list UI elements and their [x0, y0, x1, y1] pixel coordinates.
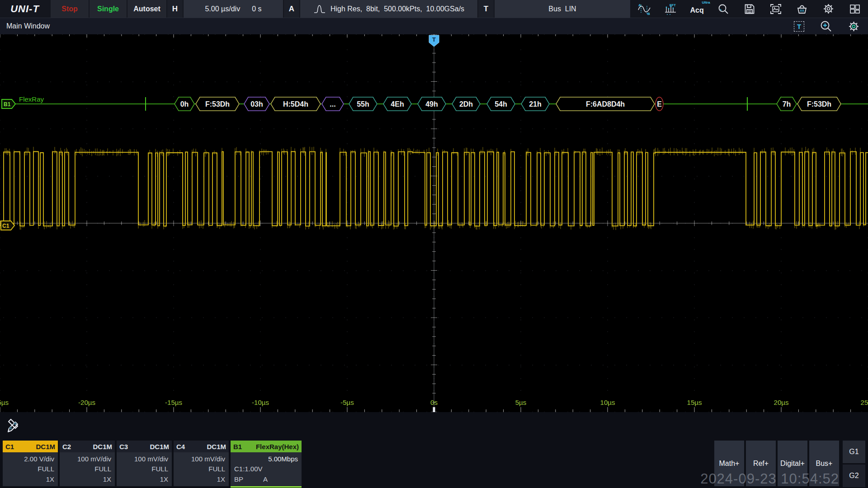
bus-threshold: C1:1.00V [234, 465, 298, 473]
time-axis-label: 25µs [861, 399, 868, 406]
run-stop-button[interactable]: Stop [51, 0, 89, 18]
autoset-button[interactable]: Autoset [127, 0, 166, 18]
bus-decode-value: F:53Dh [807, 100, 831, 108]
screenshot-button[interactable] [763, 0, 789, 18]
bus-button[interactable]: Bus+ [809, 441, 839, 486]
g-button-column: G1 G2 [843, 441, 865, 487]
acq-label: Ultra Acq [690, 4, 703, 14]
utilities-button[interactable] [789, 0, 815, 18]
search-icon [717, 3, 729, 15]
bus-mode: FlexRay(Hex) [256, 443, 299, 450]
time-axis-label: -25µs [0, 399, 9, 406]
channel-body: 100 mV/div FULL 1X [117, 452, 172, 486]
gear-icon [822, 3, 835, 15]
channel-box-c2[interactable]: C2 DC1M 100 mV/div FULL 1X [60, 441, 115, 486]
digital-button[interactable]: Digital+ [778, 441, 807, 486]
save-icon [744, 3, 755, 15]
channel-c1-tag-label: C1 [2, 223, 9, 229]
time-axis-label: 5µs [515, 399, 527, 406]
bus-decode-value: H:5D4h [283, 100, 308, 108]
timebase-value: 5.00 µs/div [205, 5, 240, 13]
channel-bandwidth: FULL [63, 465, 111, 473]
channel-scale: 100 mV/div [63, 455, 111, 463]
g2-button[interactable]: G2 [843, 465, 865, 487]
trigger-label: T [478, 0, 494, 18]
zoom-in-icon[interactable] [820, 20, 832, 33]
bus-decode-value: 55h [357, 100, 369, 108]
brand-logo: UNI-T [0, 0, 50, 18]
window-bar: Main Window T [0, 18, 868, 34]
acquire-label: A [284, 0, 299, 18]
math-button[interactable]: Math+ [714, 441, 744, 486]
channel-box-c3[interactable]: C3 DC1M 100 mV/div FULL 1X [117, 441, 172, 486]
channel-bandwidth: FULL [120, 465, 168, 473]
channel-box-c1[interactable]: C1 DC1M 2.00 V/div FULL 1X [3, 441, 58, 486]
bus-tag-label: B1 [4, 101, 11, 108]
channel-header: C2 DC1M [60, 441, 115, 452]
channel-coupling: DC1M [36, 443, 55, 450]
time-axis-label: -10µs [252, 399, 269, 406]
horizontal-offset: 0 s [252, 5, 261, 13]
channel-probe: 1X [177, 475, 225, 483]
edit-tools-icon[interactable] [5, 418, 22, 435]
window-title: Main Window [0, 22, 794, 30]
top-toolbar: UNI-T Stop Single Autoset H 5.00 µs/div … [0, 0, 868, 18]
bus-decode-value: 49h [425, 100, 438, 108]
channel-coupling: DC1M [150, 443, 169, 450]
bus-box-b1[interactable]: B1 FlexRay(Hex) 5.00Mbps C1:1.00V BP A [231, 441, 302, 488]
screenshot-icon [769, 3, 782, 15]
channel-box-c4[interactable]: C4 DC1M 100 mV/div FULL 1X [174, 441, 229, 486]
bus-name: B1 [233, 443, 242, 450]
channel-bandwidth: FULL [177, 465, 225, 473]
display-settings-gear-icon[interactable] [848, 20, 860, 33]
time-axis-label: -20µs [78, 399, 95, 406]
bus-decode-value: 4Eh [391, 100, 404, 108]
acquire-settings[interactable]: High Res, 8bit, 500.00kPts, 10.00GSa/s [300, 0, 477, 18]
channel-name: C2 [62, 443, 71, 450]
cursor-measure-button[interactable]: A B [631, 0, 657, 18]
bus-name-label: FlexRay [19, 95, 44, 103]
window-bar-icons: T [794, 20, 868, 33]
text-annotation-icon[interactable]: T [794, 21, 804, 32]
svg-text:B: B [647, 12, 650, 15]
bus-decode-value: 7h [783, 100, 791, 108]
c1-waveform-noise [0, 147, 866, 230]
bus-decode-value: 54h [495, 100, 507, 108]
oscilloscope-app: UNI-T Stop Single Autoset H 5.00 µs/div … [0, 0, 868, 488]
channel-scale: 100 mV/div [177, 455, 225, 463]
ref-button[interactable]: Ref+ [746, 441, 776, 486]
channel-scale: 100 mV/div [120, 455, 168, 463]
trigger-settings[interactable]: Bus LIN [495, 0, 630, 18]
single-button[interactable]: Single [90, 0, 127, 18]
channel-header: C1 DC1M [3, 441, 58, 452]
bus-channel-label: A [263, 475, 268, 483]
windows-layout-icon [849, 3, 861, 15]
channel-name: C3 [119, 443, 128, 450]
horizontal-settings[interactable]: 5.00 µs/div 0 s [184, 0, 283, 18]
search-button[interactable] [710, 0, 736, 18]
settings-button[interactable] [816, 0, 842, 18]
save-button[interactable] [736, 0, 763, 18]
channel-probe: 1X [6, 475, 54, 483]
channel-probe: 1X [63, 475, 111, 483]
channel-body: 100 mV/div FULL 1X [60, 452, 115, 486]
channel-body: 2.00 V/div FULL 1X [3, 452, 58, 486]
acquire-info: High Res, 8bit, 500.00kPts, 10.00GSa/s [330, 5, 464, 13]
bus-decode-value: ... [330, 100, 335, 108]
fft-button[interactable]: FFT [657, 0, 684, 18]
acq-ultra-button[interactable]: Ultra Acq [684, 0, 710, 18]
bus-body: 5.00Mbps C1:1.00V BP A [231, 452, 302, 486]
g1-button[interactable]: G1 [843, 441, 865, 463]
bottom-strip [0, 412, 868, 440]
time-axis-label: -5µs [340, 399, 354, 406]
bus-decode-value: 21h [529, 100, 542, 108]
bus-decode-value: F:6AD8D4h [586, 100, 625, 108]
display-layout-button[interactable] [842, 0, 868, 18]
basket-icon [796, 3, 808, 15]
horizontal-label: H [167, 0, 183, 18]
time-axis-label: 10µs [600, 399, 615, 406]
bus-bp-label: BP [234, 475, 243, 483]
trigger-flag-label: T [432, 36, 436, 43]
channel-coupling: DC1M [93, 443, 112, 450]
bus-decode-value: E [657, 100, 662, 108]
